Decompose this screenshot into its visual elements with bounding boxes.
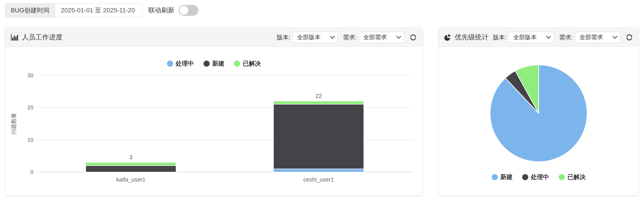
legend-label: 处理中 [176, 59, 194, 68]
bug-date-label: BUG创建时间 [5, 3, 55, 17]
legend-dot [492, 174, 498, 180]
staff-progress-title: 人员工作进度 [22, 33, 62, 42]
svg-text:10: 10 [27, 137, 34, 143]
staff-progress-controls: 版本: 全部版本 需求: 全部需求 [277, 32, 417, 43]
chevron-down-icon [612, 36, 617, 39]
legend-label: 新建 [500, 173, 513, 181]
svg-text:30: 30 [27, 72, 34, 78]
priority-version-select[interactable]: 全部版本 [509, 32, 554, 43]
svg-text:20: 20 [27, 104, 34, 110]
staff-progress-legend: 处理中新建已解决 [5, 59, 423, 68]
refresh-icon[interactable] [409, 33, 417, 41]
legend-item[interactable]: 已解决 [559, 173, 586, 181]
svg-text:22: 22 [316, 93, 322, 99]
legend-item[interactable]: 新建 [492, 173, 513, 181]
bug-date-input-group: BUG创建时间 [5, 3, 142, 17]
svg-text:3: 3 [129, 154, 132, 161]
staff-progress-header: 人员工作进度 版本: 全部版本 需求: 全部需求 [5, 28, 423, 47]
bar-chart-icon [10, 34, 19, 41]
priority-stats-legend: 新建处理中已解决 [438, 173, 639, 181]
legend-label: 新建 [212, 59, 224, 68]
filter-bar: BUG创建时间 联动刷新 [5, 3, 198, 17]
legend-item[interactable]: 处理中 [167, 59, 194, 68]
version-label: 版本: [277, 33, 291, 41]
svg-text:kaifa_user1: kaifa_user1 [116, 176, 145, 183]
chevron-down-icon [330, 36, 335, 39]
version-label: 版本: [493, 33, 507, 41]
staff-progress-chart: 0102030问题数量3kaifa_user122ceshi_user1 [5, 47, 423, 195]
priority-requirement-select[interactable]: 全部需求 [575, 32, 620, 43]
chevron-down-icon [396, 36, 401, 39]
priority-stats-chart-area: 新建处理中已解决 [438, 47, 639, 195]
bug-date-range-input[interactable] [55, 3, 142, 17]
legend-item[interactable]: 新建 [204, 59, 224, 68]
staff-progress-panel: 人员工作进度 版本: 全部版本 需求: 全部需求 [5, 28, 423, 196]
legend-dot [167, 61, 173, 67]
legend-label: 已解决 [568, 173, 586, 181]
requirement-label: 需求: [559, 33, 573, 41]
progress-version-select[interactable]: 全部版本 [293, 32, 338, 43]
priority-stats-controls: 版本: 全部版本 需求: 全部需求 [493, 32, 634, 43]
svg-text:ceshi_user1: ceshi_user1 [304, 176, 334, 183]
svg-text:0: 0 [30, 169, 34, 175]
legend-label: 已解决 [243, 59, 261, 68]
progress-requirement-select[interactable]: 全部需求 [359, 32, 404, 43]
priority-stats-title-wrap: 优先级统计 [444, 33, 488, 42]
staff-progress-title-wrap: 人员工作进度 [10, 33, 62, 42]
priority-stats-panel: 优先级统计 版本: 全部版本 需求: 全部需求 [438, 28, 639, 196]
priority-stats-title: 优先级统计 [455, 33, 488, 42]
refresh-icon[interactable] [625, 33, 634, 41]
legend-dot [559, 174, 565, 180]
legend-item[interactable]: 处理中 [522, 173, 549, 181]
chevron-down-icon [546, 36, 551, 39]
pie-chart-icon [444, 34, 452, 41]
legend-dot [234, 61, 240, 67]
linked-refresh-toggle[interactable] [178, 5, 198, 16]
toggle-knob [180, 6, 188, 15]
legend-label: 处理中 [531, 173, 549, 181]
staff-progress-chart-area: 0102030问题数量3kaifa_user122ceshi_user1 处理中… [5, 47, 423, 195]
linked-refresh-label: 联动刷新 [148, 6, 174, 15]
priority-stats-header: 优先级统计 版本: 全部版本 需求: 全部需求 [438, 28, 639, 47]
legend-item[interactable]: 已解决 [234, 59, 261, 68]
svg-text:问题数量: 问题数量 [10, 113, 17, 134]
legend-dot [522, 174, 528, 180]
legend-dot [204, 61, 210, 67]
requirement-label: 需求: [343, 33, 357, 41]
